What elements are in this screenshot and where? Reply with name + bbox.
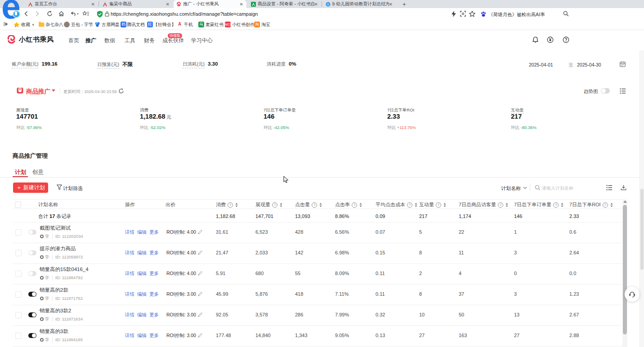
svg-text:b: b [327, 2, 329, 5]
